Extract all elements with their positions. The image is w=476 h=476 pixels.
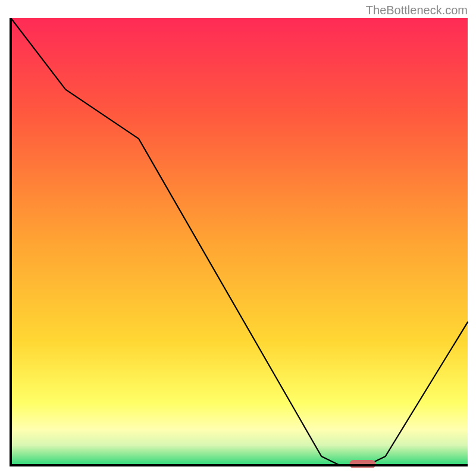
optimum-marker [349,460,375,468]
chart-background [11,18,468,465]
bottleneck-chart [8,18,469,468]
chart-svg [8,18,469,468]
watermark-text: TheBottleneck.com [366,4,468,17]
